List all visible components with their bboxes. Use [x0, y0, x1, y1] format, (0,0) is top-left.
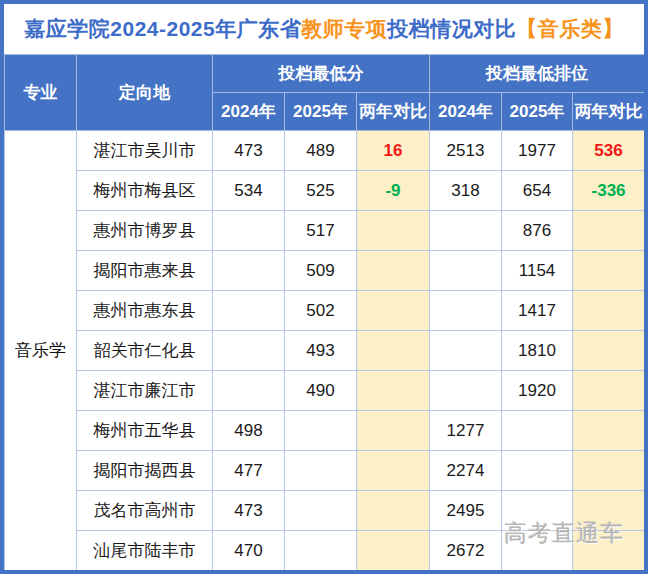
score-2024-cell: 498 [213, 411, 285, 451]
header-group-row: 专业 定向地 投档最低分 投档最低排位 [5, 55, 645, 93]
score-2025-cell [285, 411, 357, 451]
score-diff-cell [357, 531, 430, 571]
table-row: 汕尾市陆丰市 470 2672 [5, 531, 645, 571]
district-cell: 湛江市吴川市 [77, 131, 213, 171]
table-row: 揭阳市揭西县 477 2274 [5, 451, 645, 491]
score-diff-cell [357, 371, 430, 411]
title-segment-teacher-program: 教师专项 [301, 15, 387, 43]
score-2024-cell: 473 [213, 491, 285, 531]
rank-2025-cell [502, 491, 573, 531]
rank-diff-cell [573, 411, 645, 451]
district-cell: 惠州市博罗县 [77, 211, 213, 251]
score-2025-cell [285, 491, 357, 531]
header-district: 定向地 [77, 55, 213, 131]
rank-diff-cell [573, 291, 645, 331]
infographic-card: 嘉应学院2024-2025年广东省教师专项投档情况对比【音乐类】 专业 定向地 … [0, 0, 648, 574]
score-diff-cell: 16 [357, 131, 430, 171]
table-row: 梅州市梅县区 534 525 -9 318 654 -336 [5, 171, 645, 211]
district-cell: 梅州市五华县 [77, 411, 213, 451]
rank-2024-cell: 2274 [430, 451, 502, 491]
rank-2025-cell [502, 531, 573, 571]
rank-2025-cell: 1417 [502, 291, 573, 331]
rank-2025-cell [502, 451, 573, 491]
score-diff-cell: -9 [357, 171, 430, 211]
district-cell: 茂名市高州市 [77, 491, 213, 531]
rank-2025-cell: 654 [502, 171, 573, 211]
score-2024-cell: 477 [213, 451, 285, 491]
rank-2025-cell: 1154 [502, 251, 573, 291]
rank-diff-cell: -336 [573, 171, 645, 211]
rank-2024-cell [430, 371, 502, 411]
score-2025-cell: 509 [285, 251, 357, 291]
score-2025-cell: 489 [285, 131, 357, 171]
rank-diff-cell [573, 211, 645, 251]
header-score-diff: 两年对比 [357, 93, 430, 131]
rank-diff-cell [573, 371, 645, 411]
score-diff-cell [357, 451, 430, 491]
rank-2025-cell: 1810 [502, 331, 573, 371]
major-cell: 音乐学 [5, 131, 77, 571]
district-cell: 韶关市仁化县 [77, 331, 213, 371]
table-row: 韶关市仁化县 493 1810 [5, 331, 645, 371]
rank-2024-cell [430, 251, 502, 291]
rank-2025-cell [502, 411, 573, 451]
title-segment-comparison: 投档情况对比 [387, 15, 516, 43]
header-score-group: 投档最低分 [213, 55, 430, 93]
score-diff-cell [357, 411, 430, 451]
rank-2024-cell: 2513 [430, 131, 502, 171]
score-2025-cell [285, 451, 357, 491]
rank-2024-cell: 2672 [430, 531, 502, 571]
score-diff-cell [357, 491, 430, 531]
score-2025-cell: 502 [285, 291, 357, 331]
rank-diff-cell [573, 251, 645, 291]
score-2025-cell: 493 [285, 331, 357, 371]
header-rank-group: 投档最低排位 [430, 55, 645, 93]
rank-diff-cell [573, 491, 645, 531]
table-row: 湛江市廉江市 490 1920 [5, 371, 645, 411]
score-2024-cell [213, 371, 285, 411]
score-2025-cell: 517 [285, 211, 357, 251]
title-segment-category: 【音乐类】 [516, 15, 624, 43]
rank-2024-cell: 318 [430, 171, 502, 211]
table-row: 音乐学 湛江市吴川市 473 489 16 2513 1977 536 [5, 131, 645, 171]
table-row: 梅州市五华县 498 1277 [5, 411, 645, 451]
header-rank-2024: 2024年 [430, 93, 502, 131]
rank-diff-cell: 536 [573, 131, 645, 171]
district-cell: 汕尾市陆丰市 [77, 531, 213, 571]
header-rank-diff: 两年对比 [573, 93, 645, 131]
rank-2024-cell: 1277 [430, 411, 502, 451]
page-title: 嘉应学院2024-2025年广东省教师专项投档情况对比【音乐类】 [4, 4, 644, 54]
score-2024-cell: 470 [213, 531, 285, 571]
score-diff-cell [357, 291, 430, 331]
rank-2024-cell [430, 211, 502, 251]
rank-diff-cell [573, 451, 645, 491]
district-cell: 揭阳市惠来县 [77, 251, 213, 291]
rank-2024-cell: 2495 [430, 491, 502, 531]
title-segment-university-years: 嘉应学院2024-2025年广东省 [24, 15, 301, 43]
rank-2024-cell [430, 291, 502, 331]
admission-comparison-table: 专业 定向地 投档最低分 投档最低排位 2024年 2025年 两年对比 202… [4, 54, 645, 571]
score-2024-cell [213, 251, 285, 291]
score-2024-cell: 534 [213, 171, 285, 211]
score-diff-cell [357, 211, 430, 251]
district-cell: 揭阳市揭西县 [77, 451, 213, 491]
rank-2025-cell: 1920 [502, 371, 573, 411]
score-diff-cell [357, 251, 430, 291]
district-cell: 惠州市惠东县 [77, 291, 213, 331]
rank-2025-cell: 1977 [502, 131, 573, 171]
score-diff-cell [357, 331, 430, 371]
rank-2024-cell [430, 331, 502, 371]
score-2024-cell: 473 [213, 131, 285, 171]
score-2024-cell [213, 331, 285, 371]
district-cell: 梅州市梅县区 [77, 171, 213, 211]
header-rank-2025: 2025年 [502, 93, 573, 131]
table-row: 揭阳市惠来县 509 1154 [5, 251, 645, 291]
score-2025-cell: 525 [285, 171, 357, 211]
header-score-2024: 2024年 [213, 93, 285, 131]
rank-diff-cell [573, 331, 645, 371]
header-major: 专业 [5, 55, 77, 131]
rank-diff-cell [573, 531, 645, 571]
table-row: 茂名市高州市 473 2495 [5, 491, 645, 531]
score-2024-cell [213, 291, 285, 331]
score-2025-cell [285, 531, 357, 571]
